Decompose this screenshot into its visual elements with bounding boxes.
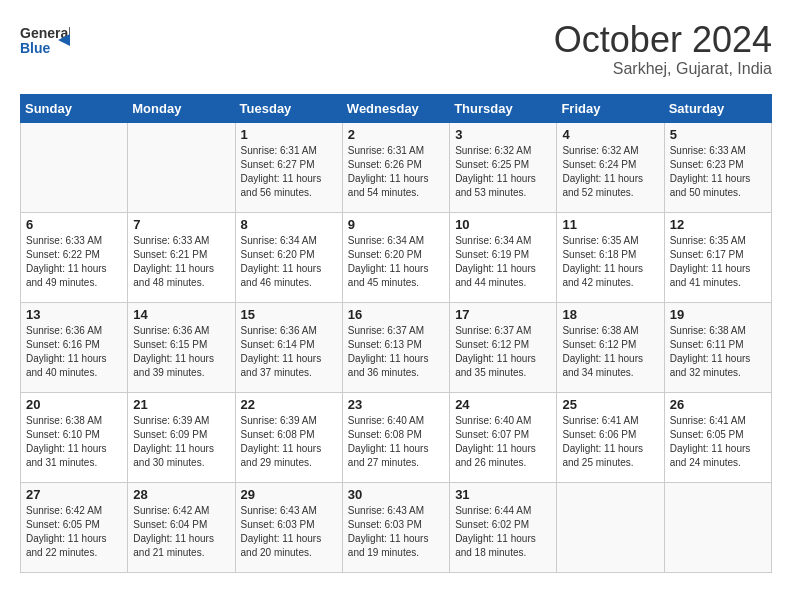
day-info: Sunrise: 6:36 AM Sunset: 6:14 PM Dayligh… — [241, 324, 337, 380]
calendar-cell: 20Sunrise: 6:38 AM Sunset: 6:10 PM Dayli… — [21, 392, 128, 482]
calendar-cell: 31Sunrise: 6:44 AM Sunset: 6:02 PM Dayli… — [450, 482, 557, 572]
day-number: 30 — [348, 487, 444, 502]
day-number: 11 — [562, 217, 658, 232]
day-info: Sunrise: 6:37 AM Sunset: 6:13 PM Dayligh… — [348, 324, 444, 380]
calendar-cell: 15Sunrise: 6:36 AM Sunset: 6:14 PM Dayli… — [235, 302, 342, 392]
day-number: 29 — [241, 487, 337, 502]
calendar-cell: 24Sunrise: 6:40 AM Sunset: 6:07 PM Dayli… — [450, 392, 557, 482]
day-number: 23 — [348, 397, 444, 412]
day-info: Sunrise: 6:40 AM Sunset: 6:08 PM Dayligh… — [348, 414, 444, 470]
day-info: Sunrise: 6:39 AM Sunset: 6:08 PM Dayligh… — [241, 414, 337, 470]
weekday-header-saturday: Saturday — [664, 94, 771, 122]
calendar-cell: 29Sunrise: 6:43 AM Sunset: 6:03 PM Dayli… — [235, 482, 342, 572]
day-info: Sunrise: 6:43 AM Sunset: 6:03 PM Dayligh… — [241, 504, 337, 560]
day-number: 3 — [455, 127, 551, 142]
day-info: Sunrise: 6:34 AM Sunset: 6:19 PM Dayligh… — [455, 234, 551, 290]
day-info: Sunrise: 6:32 AM Sunset: 6:25 PM Dayligh… — [455, 144, 551, 200]
weekday-header-row: SundayMondayTuesdayWednesdayThursdayFrid… — [21, 94, 772, 122]
calendar-cell: 2Sunrise: 6:31 AM Sunset: 6:26 PM Daylig… — [342, 122, 449, 212]
day-number: 20 — [26, 397, 122, 412]
calendar-cell: 13Sunrise: 6:36 AM Sunset: 6:16 PM Dayli… — [21, 302, 128, 392]
day-number: 24 — [455, 397, 551, 412]
day-info: Sunrise: 6:42 AM Sunset: 6:04 PM Dayligh… — [133, 504, 229, 560]
day-number: 16 — [348, 307, 444, 322]
day-number: 4 — [562, 127, 658, 142]
calendar-cell: 27Sunrise: 6:42 AM Sunset: 6:05 PM Dayli… — [21, 482, 128, 572]
calendar-cell: 8Sunrise: 6:34 AM Sunset: 6:20 PM Daylig… — [235, 212, 342, 302]
day-info: Sunrise: 6:31 AM Sunset: 6:26 PM Dayligh… — [348, 144, 444, 200]
day-number: 6 — [26, 217, 122, 232]
day-number: 31 — [455, 487, 551, 502]
calendar-cell: 3Sunrise: 6:32 AM Sunset: 6:25 PM Daylig… — [450, 122, 557, 212]
calendar-cell: 9Sunrise: 6:34 AM Sunset: 6:20 PM Daylig… — [342, 212, 449, 302]
day-number: 22 — [241, 397, 337, 412]
day-info: Sunrise: 6:32 AM Sunset: 6:24 PM Dayligh… — [562, 144, 658, 200]
calendar-cell: 23Sunrise: 6:40 AM Sunset: 6:08 PM Dayli… — [342, 392, 449, 482]
day-info: Sunrise: 6:36 AM Sunset: 6:15 PM Dayligh… — [133, 324, 229, 380]
calendar-cell: 22Sunrise: 6:39 AM Sunset: 6:08 PM Dayli… — [235, 392, 342, 482]
day-number: 28 — [133, 487, 229, 502]
calendar-cell — [21, 122, 128, 212]
month-title: October 2024 — [554, 20, 772, 60]
day-info: Sunrise: 6:38 AM Sunset: 6:12 PM Dayligh… — [562, 324, 658, 380]
day-number: 13 — [26, 307, 122, 322]
calendar-cell: 26Sunrise: 6:41 AM Sunset: 6:05 PM Dayli… — [664, 392, 771, 482]
weekday-header-tuesday: Tuesday — [235, 94, 342, 122]
day-info: Sunrise: 6:39 AM Sunset: 6:09 PM Dayligh… — [133, 414, 229, 470]
day-number: 10 — [455, 217, 551, 232]
calendar-cell — [664, 482, 771, 572]
day-info: Sunrise: 6:42 AM Sunset: 6:05 PM Dayligh… — [26, 504, 122, 560]
day-number: 2 — [348, 127, 444, 142]
calendar-cell: 21Sunrise: 6:39 AM Sunset: 6:09 PM Dayli… — [128, 392, 235, 482]
day-info: Sunrise: 6:41 AM Sunset: 6:06 PM Dayligh… — [562, 414, 658, 470]
day-info: Sunrise: 6:31 AM Sunset: 6:27 PM Dayligh… — [241, 144, 337, 200]
calendar-cell: 5Sunrise: 6:33 AM Sunset: 6:23 PM Daylig… — [664, 122, 771, 212]
svg-text:Blue: Blue — [20, 40, 51, 56]
calendar-cell: 6Sunrise: 6:33 AM Sunset: 6:22 PM Daylig… — [21, 212, 128, 302]
day-number: 12 — [670, 217, 766, 232]
day-info: Sunrise: 6:36 AM Sunset: 6:16 PM Dayligh… — [26, 324, 122, 380]
day-number: 5 — [670, 127, 766, 142]
logo-icon: General Blue — [20, 20, 70, 60]
day-info: Sunrise: 6:40 AM Sunset: 6:07 PM Dayligh… — [455, 414, 551, 470]
day-number: 19 — [670, 307, 766, 322]
calendar-cell: 28Sunrise: 6:42 AM Sunset: 6:04 PM Dayli… — [128, 482, 235, 572]
calendar-cell: 4Sunrise: 6:32 AM Sunset: 6:24 PM Daylig… — [557, 122, 664, 212]
day-info: Sunrise: 6:35 AM Sunset: 6:18 PM Dayligh… — [562, 234, 658, 290]
day-number: 8 — [241, 217, 337, 232]
day-number: 7 — [133, 217, 229, 232]
day-info: Sunrise: 6:44 AM Sunset: 6:02 PM Dayligh… — [455, 504, 551, 560]
day-info: Sunrise: 6:33 AM Sunset: 6:21 PM Dayligh… — [133, 234, 229, 290]
calendar-cell: 14Sunrise: 6:36 AM Sunset: 6:15 PM Dayli… — [128, 302, 235, 392]
day-info: Sunrise: 6:38 AM Sunset: 6:11 PM Dayligh… — [670, 324, 766, 380]
calendar-cell: 10Sunrise: 6:34 AM Sunset: 6:19 PM Dayli… — [450, 212, 557, 302]
calendar-cell: 16Sunrise: 6:37 AM Sunset: 6:13 PM Dayli… — [342, 302, 449, 392]
day-info: Sunrise: 6:34 AM Sunset: 6:20 PM Dayligh… — [241, 234, 337, 290]
calendar-cell: 30Sunrise: 6:43 AM Sunset: 6:03 PM Dayli… — [342, 482, 449, 572]
day-info: Sunrise: 6:37 AM Sunset: 6:12 PM Dayligh… — [455, 324, 551, 380]
day-info: Sunrise: 6:34 AM Sunset: 6:20 PM Dayligh… — [348, 234, 444, 290]
calendar-cell: 19Sunrise: 6:38 AM Sunset: 6:11 PM Dayli… — [664, 302, 771, 392]
calendar-week-row: 13Sunrise: 6:36 AM Sunset: 6:16 PM Dayli… — [21, 302, 772, 392]
day-number: 9 — [348, 217, 444, 232]
weekday-header-thursday: Thursday — [450, 94, 557, 122]
day-number: 21 — [133, 397, 229, 412]
day-number: 18 — [562, 307, 658, 322]
day-info: Sunrise: 6:33 AM Sunset: 6:22 PM Dayligh… — [26, 234, 122, 290]
day-number: 25 — [562, 397, 658, 412]
weekday-header-sunday: Sunday — [21, 94, 128, 122]
calendar-cell: 25Sunrise: 6:41 AM Sunset: 6:06 PM Dayli… — [557, 392, 664, 482]
calendar-cell: 7Sunrise: 6:33 AM Sunset: 6:21 PM Daylig… — [128, 212, 235, 302]
page-header: General Blue October 2024 Sarkhej, Gujar… — [20, 20, 772, 78]
calendar-cell — [557, 482, 664, 572]
logo: General Blue — [20, 20, 70, 60]
day-info: Sunrise: 6:43 AM Sunset: 6:03 PM Dayligh… — [348, 504, 444, 560]
calendar-week-row: 6Sunrise: 6:33 AM Sunset: 6:22 PM Daylig… — [21, 212, 772, 302]
day-info: Sunrise: 6:41 AM Sunset: 6:05 PM Dayligh… — [670, 414, 766, 470]
day-info: Sunrise: 6:33 AM Sunset: 6:23 PM Dayligh… — [670, 144, 766, 200]
calendar-week-row: 20Sunrise: 6:38 AM Sunset: 6:10 PM Dayli… — [21, 392, 772, 482]
calendar-week-row: 27Sunrise: 6:42 AM Sunset: 6:05 PM Dayli… — [21, 482, 772, 572]
calendar-cell: 11Sunrise: 6:35 AM Sunset: 6:18 PM Dayli… — [557, 212, 664, 302]
weekday-header-friday: Friday — [557, 94, 664, 122]
calendar-week-row: 1Sunrise: 6:31 AM Sunset: 6:27 PM Daylig… — [21, 122, 772, 212]
